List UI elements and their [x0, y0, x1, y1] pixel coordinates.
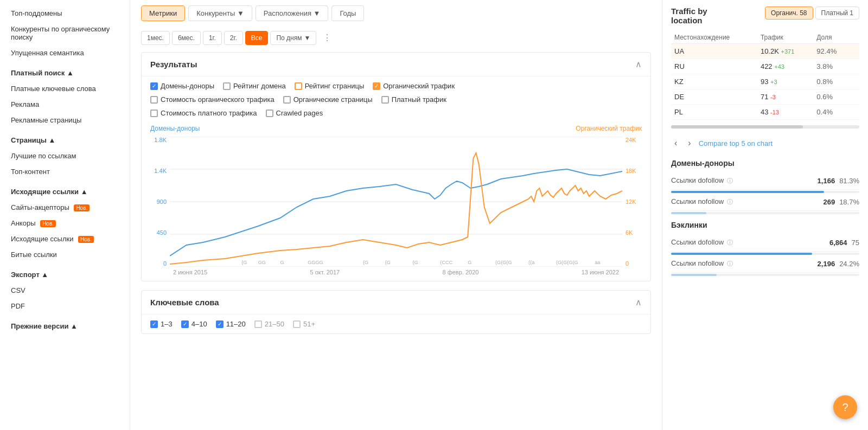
traffic-by-location-title: Traffic by location — [671, 7, 707, 25]
metric-controls: Метрики Конкуренты ▼ Расположения ▼ Годы — [141, 5, 651, 21]
time-btn-2year[interactable]: 2г. — [224, 31, 243, 45]
checkbox-icon-organic-traffic: ✓ — [373, 82, 380, 90]
sidebar: Топ-поддомены Конкуренты по органическом… — [0, 0, 130, 430]
pagination: ‹ › Compare top 5 on chart — [671, 134, 859, 152]
checkbox-organic-pages[interactable]: Органические страницы — [283, 95, 373, 104]
stat-value-dofollow: 1,166 — [818, 177, 835, 185]
x-axis-label-1: 2 июня 2015 — [173, 269, 207, 275]
sidebar-item-paid-keywords[interactable]: Платные ключевые слова — [0, 81, 130, 97]
checkboxes-row-3: Стоимость платного трафика Crawled pages — [142, 109, 650, 123]
info-icon-backlinks-dofollow[interactable]: ⓘ — [727, 239, 733, 246]
info-icon-nofollow[interactable]: ⓘ — [727, 198, 733, 205]
sidebar-item-anchors[interactable]: Анкоры Нов. — [0, 215, 130, 231]
sidebar-section-export[interactable]: Экспорт ▲ — [0, 267, 130, 283]
stat-row-nofollow: Ссылки nofollow ⓘ 269 18.7% — [671, 193, 859, 211]
traffic-pl: 43 -13 — [757, 105, 813, 120]
time-btn-1year[interactable]: 1г. — [203, 31, 222, 45]
share-de: 0.6% — [813, 89, 850, 105]
svg-text:(G: (G — [363, 260, 368, 265]
stat-value-nofollow: 269 — [823, 198, 835, 206]
compare-top-link[interactable]: Compare top 5 on chart — [699, 139, 773, 147]
sidebar-item-broken-links[interactable]: Битые ссылки — [0, 247, 130, 262]
metric-btn-metrics[interactable]: Метрики — [141, 5, 185, 21]
checkbox-icon-kw-4-10: ✓ — [181, 320, 189, 328]
sidebar-section-paid-search[interactable]: Платный поиск ▲ — [0, 65, 130, 81]
stat-row-dofollow: Ссылки dofollow ⓘ 1,166 81.3% — [671, 172, 859, 190]
y-axis-left-900: 900 — [150, 198, 167, 205]
scrollbar-thumb — [671, 125, 803, 129]
badge-outgoing-links: Нов. — [78, 236, 94, 243]
y-axis-left-1.4k: 1.4K — [150, 168, 167, 174]
results-title: Результаты — [150, 60, 197, 69]
more-options-button[interactable]: ⋮ — [318, 30, 336, 46]
stat-percent-backlinks-nofollow: 24.2% — [839, 260, 859, 268]
tab-organic[interactable]: Органич. 58 — [765, 7, 813, 20]
col-header-traffic: Трафик — [757, 31, 813, 44]
time-btn-6month[interactable]: 6мес. — [172, 31, 201, 45]
help-button[interactable]: ? — [833, 395, 857, 419]
y-axis-left-450: 450 — [150, 229, 167, 236]
checkbox-paid-traffic-cost[interactable]: Стоимость платного трафика — [150, 109, 257, 117]
sidebar-item-acceptor-sites[interactable]: Сайты-акцепторы Нов. — [0, 200, 130, 215]
svg-text:(G: (G — [385, 260, 391, 265]
checkbox-domains-donors[interactable]: ✓ Домены-доноры — [150, 82, 214, 90]
time-btn-all[interactable]: Все — [245, 31, 269, 45]
checkbox-icon-kw-1-3: ✓ — [150, 320, 158, 328]
scrollbar[interactable] — [671, 125, 859, 129]
sidebar-section-pages[interactable]: Страницы ▲ — [0, 132, 130, 148]
time-btn-period[interactable]: По дням ▼ — [270, 31, 316, 45]
y-axis-right-24k: 24K — [626, 137, 642, 143]
stat-percent-nofollow: 18.7% — [839, 198, 859, 206]
prev-page-button[interactable]: ‹ — [671, 137, 680, 149]
sidebar-item-best-by-links[interactable]: Лучшие по ссылкам — [0, 148, 130, 164]
info-icon-dofollow[interactable]: ⓘ — [727, 177, 733, 184]
results-collapse-button[interactable]: ∧ — [635, 59, 642, 69]
checkbox-kw-11-20[interactable]: ✓ 11–20 — [216, 320, 246, 328]
stat-row-backlinks-dofollow: Ссылки dofollow ⓘ 6,864 75 — [671, 234, 859, 252]
traffic-tabs: Органич. 58 Платный 1 — [765, 7, 859, 20]
sidebar-item-pdf[interactable]: PDF — [0, 298, 130, 314]
checkbox-crawled-pages[interactable]: Crawled pages — [266, 109, 323, 117]
sidebar-item-top-subdomains[interactable]: Топ-поддомены — [0, 5, 130, 21]
sidebar-section-previous-versions[interactable]: Прежние версии ▲ — [0, 318, 130, 334]
checkbox-kw-21-50[interactable]: 21–50 — [254, 320, 284, 328]
sidebar-item-csv[interactable]: CSV — [0, 283, 130, 298]
main-chart: (G GG G GGGG (G (G (G (CCC G (G(G(G ((a … — [170, 137, 622, 267]
checkbox-paid-traffic[interactable]: Платный трафик — [381, 95, 446, 104]
time-btn-1month[interactable]: 1мес. — [141, 31, 170, 45]
extra-pl — [850, 105, 859, 120]
metric-btn-locations[interactable]: Расположения ▼ — [256, 5, 329, 21]
info-icon-backlinks-nofollow[interactable]: ⓘ — [727, 260, 733, 267]
checkbox-kw-51plus[interactable]: 51+ — [293, 320, 315, 328]
share-pl: 0.4% — [813, 105, 850, 120]
checkbox-organic-traffic[interactable]: ✓ Органический трафик — [373, 82, 455, 90]
right-panel: Traffic by location Органич. 58 Платный … — [662, 0, 868, 430]
sidebar-item-outgoing-links[interactable]: Исходящие ссылки Нов. — [0, 231, 130, 247]
y-axis-left-0: 0 — [150, 260, 167, 267]
sidebar-item-missed-semantics[interactable]: Упущенная семантика — [0, 45, 130, 61]
metric-btn-competitors[interactable]: Конкуренты ▼ — [188, 5, 252, 21]
sidebar-item-competitors-organic[interactable]: Конкуренты по органическому поиску — [0, 21, 130, 45]
checkbox-kw-4-10[interactable]: ✓ 4–10 — [181, 320, 207, 328]
tab-paid[interactable]: Платный 1 — [815, 7, 860, 20]
checkbox-domain-rating[interactable]: Рейтинг домена — [223, 82, 286, 90]
sidebar-item-ads[interactable]: Реклама — [0, 97, 130, 112]
sidebar-item-top-content[interactable]: Топ-контент — [0, 164, 130, 179]
next-page-button[interactable]: › — [685, 137, 694, 149]
chart-container: Домены-доноры Органический трафик 1.8K 1… — [142, 123, 650, 281]
keywords-collapse-button[interactable]: ∧ — [635, 297, 642, 307]
y-axis-right-12k: 12K — [626, 198, 642, 205]
sidebar-item-ad-pages[interactable]: Рекламные страницы — [0, 112, 130, 128]
checkbox-page-rating[interactable]: Рейтинг страницы — [295, 82, 364, 90]
checkbox-kw-1-3[interactable]: ✓ 1–3 — [150, 320, 173, 328]
checkbox-icon-kw-11-20: ✓ — [216, 320, 224, 328]
table-row: UA 10.2K +371 92.4% — [671, 44, 859, 59]
checkbox-icon-organic-traffic-cost — [150, 96, 158, 104]
stat-label-dofollow: Ссылки dofollow — [671, 176, 724, 184]
chart-legend-left: Домены-доноры — [150, 125, 200, 132]
traffic-by-location-header: Traffic by location Органич. 58 Платный … — [671, 7, 859, 25]
checkbox-organic-traffic-cost[interactable]: Стоимость органического трафика — [150, 95, 275, 104]
metric-btn-years[interactable]: Годы — [331, 5, 364, 21]
stat-label-backlinks-dofollow: Ссылки dofollow — [671, 238, 724, 246]
sidebar-section-outgoing-links[interactable]: Исходящие ссылки ▲ — [0, 184, 130, 200]
